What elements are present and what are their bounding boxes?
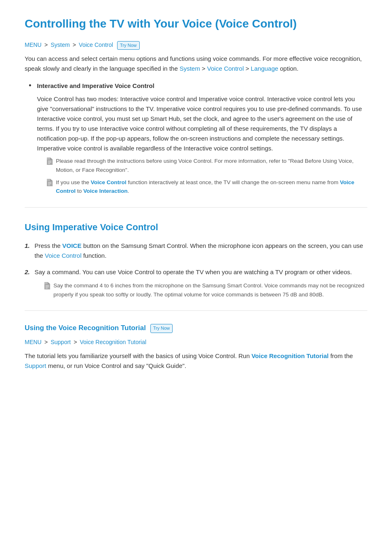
step2-text: Say a command. You can use Voice Control… bbox=[35, 267, 367, 277]
svg-marker-1 bbox=[47, 157, 50, 160]
voice-control-step1-link[interactable]: Voice Control bbox=[45, 252, 81, 259]
step1-end: function. bbox=[81, 252, 106, 259]
pencil-icon-2 bbox=[47, 179, 53, 186]
note2-voice-control-link[interactable]: Voice Control bbox=[91, 179, 127, 185]
svg-marker-7 bbox=[47, 179, 50, 181]
section3-body-mid: from the bbox=[329, 352, 353, 359]
steps-list: 1. Press the VOICE button on the Samsung… bbox=[25, 241, 367, 299]
note2-mid: function interactively at least once, th… bbox=[127, 179, 340, 185]
step1-prefix: Press the bbox=[35, 242, 62, 249]
intro-paragraph: You can access and select certain menu o… bbox=[25, 54, 367, 74]
section3-title: Using the Voice Recognition Tutorial bbox=[25, 324, 146, 332]
section3-body-end: menu, or run Voice Control and say "Quic… bbox=[46, 362, 187, 369]
tutorial-link[interactable]: Voice Recognition Tutorial bbox=[80, 339, 146, 345]
page-title: Controlling the TV with Your Voice (Voic… bbox=[25, 16, 367, 31]
section3-body: The tutorial lets you familiarize yourse… bbox=[25, 351, 367, 371]
menu-link[interactable]: MENU bbox=[25, 42, 42, 48]
sep2: > bbox=[71, 42, 78, 48]
svg-rect-10 bbox=[48, 183, 51, 184]
step-2-number: 2. bbox=[25, 267, 35, 277]
sep4: > bbox=[72, 339, 78, 345]
section3-title-container: Using the Voice Recognition Tutorial Try… bbox=[25, 322, 367, 333]
note-1: Please read through the instructions bef… bbox=[47, 157, 367, 174]
step-1-number: 1. bbox=[25, 241, 35, 251]
svg-marker-2 bbox=[50, 157, 53, 160]
support-menu-link[interactable]: Support bbox=[25, 362, 46, 369]
note2-end: . bbox=[128, 188, 129, 194]
svg-rect-17 bbox=[46, 288, 48, 289]
note2-voice-interaction-link[interactable]: Voice Interaction bbox=[83, 188, 128, 194]
try-now-badge-2[interactable]: Try Now bbox=[150, 324, 173, 333]
step2-note: Say the command 4 to 6 inches from the m… bbox=[44, 281, 367, 299]
breadcrumb-2: MENU > Support > Voice Recognition Tutor… bbox=[25, 338, 367, 347]
menu-link-2[interactable]: MENU bbox=[25, 339, 42, 345]
note-2-text: If you use the Voice Control function in… bbox=[56, 178, 367, 196]
step2-note-text: Say the command 4 to 6 inches from the m… bbox=[53, 281, 367, 299]
system-inline-link[interactable]: System bbox=[180, 65, 200, 72]
sep1: > bbox=[43, 42, 49, 48]
svg-rect-4 bbox=[48, 162, 51, 163]
system-link[interactable]: System bbox=[51, 42, 70, 48]
note2-to: to bbox=[76, 188, 83, 194]
pencil-icon-1 bbox=[47, 157, 53, 165]
section-divider-2 bbox=[25, 310, 367, 311]
step-1: 1. Press the VOICE button on the Samsung… bbox=[25, 241, 367, 261]
pencil-icon-3 bbox=[44, 282, 50, 289]
sep3: > bbox=[43, 339, 49, 345]
voice-button-link[interactable]: VOICE bbox=[62, 242, 82, 249]
note2-prefix: If you use the bbox=[56, 179, 91, 185]
section2-title: Using Imperative Voice Control bbox=[25, 220, 367, 234]
try-now-badge-1[interactable]: Try Now bbox=[117, 41, 140, 50]
section-divider-1 bbox=[25, 207, 367, 208]
breadcrumb-1: MENU > System > Voice Control Try Now bbox=[25, 40, 367, 50]
svg-marker-8 bbox=[50, 179, 53, 181]
svg-rect-11 bbox=[48, 185, 50, 185]
svg-rect-3 bbox=[48, 161, 51, 162]
voice-control-link[interactable]: Voice Control bbox=[79, 42, 113, 48]
svg-marker-13 bbox=[44, 282, 48, 284]
voice-control-inline-link[interactable]: Voice Control bbox=[207, 65, 244, 72]
svg-rect-9 bbox=[48, 182, 51, 183]
svg-rect-16 bbox=[46, 287, 49, 287]
bullet-list: Interactive and Imperative Voice Control… bbox=[29, 81, 367, 195]
svg-rect-5 bbox=[48, 163, 50, 164]
step-2-content: Say a command. You can use Voice Control… bbox=[35, 267, 367, 299]
section3-body-prefix: The tutorial lets you familiarize yourse… bbox=[25, 352, 251, 359]
support-link[interactable]: Support bbox=[51, 339, 71, 345]
voice-recognition-tutorial-link[interactable]: Voice Recognition Tutorial bbox=[251, 352, 329, 359]
note-1-text: Please read through the instructions bef… bbox=[56, 157, 367, 174]
language-inline-link[interactable]: Language bbox=[251, 65, 278, 72]
step-2: 2. Say a command. You can use Voice Cont… bbox=[25, 267, 367, 299]
note-2: If you use the Voice Control function in… bbox=[47, 178, 367, 196]
bullet-title: Interactive and Imperative Voice Control bbox=[37, 82, 154, 89]
intro-sep: > bbox=[200, 65, 207, 72]
svg-marker-14 bbox=[48, 282, 50, 284]
intro-sep2: > bbox=[244, 65, 251, 72]
bullet-item-1: Interactive and Imperative Voice Control… bbox=[29, 81, 367, 195]
step-1-content: Press the VOICE button on the Samsung Sm… bbox=[35, 241, 367, 261]
svg-rect-15 bbox=[46, 285, 49, 286]
bullet-body: Voice Control has two modes: Interactive… bbox=[37, 94, 367, 153]
intro-end: option. bbox=[278, 65, 298, 72]
